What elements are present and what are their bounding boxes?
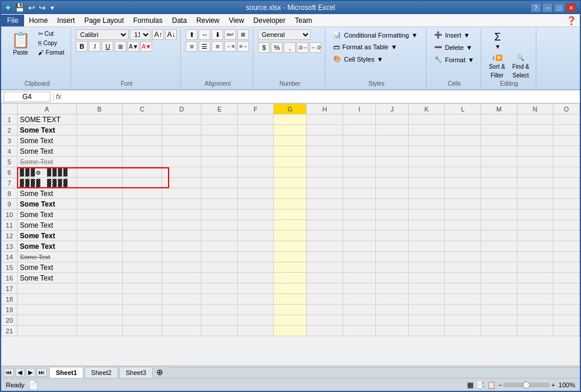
cell-8-D[interactable] bbox=[162, 188, 201, 199]
menu-review[interactable]: Review bbox=[192, 15, 224, 26]
menu-home[interactable]: Home bbox=[24, 15, 52, 26]
cell-2-K[interactable] bbox=[408, 125, 445, 136]
cell-2-E[interactable] bbox=[201, 125, 238, 136]
col-header-N[interactable]: N bbox=[517, 104, 553, 114]
row-header-21[interactable]: 21 bbox=[2, 326, 18, 336]
cell-16-N[interactable] bbox=[517, 273, 553, 283]
col-header-J[interactable]: J bbox=[375, 104, 408, 114]
cell-10-G[interactable] bbox=[274, 209, 307, 220]
cell-2-J[interactable] bbox=[375, 125, 408, 136]
cell-16-E[interactable] bbox=[201, 273, 238, 283]
percent-button[interactable]: % bbox=[271, 42, 283, 53]
menu-team[interactable]: Team bbox=[290, 15, 317, 26]
cell-3-J[interactable] bbox=[375, 136, 408, 146]
cell-14-N[interactable] bbox=[517, 252, 553, 262]
cell-12-B[interactable] bbox=[76, 231, 122, 241]
format-painter-button[interactable]: 🖌 Format bbox=[35, 48, 67, 57]
cell-15-M[interactable] bbox=[481, 262, 518, 273]
cell-14-L[interactable] bbox=[445, 252, 481, 262]
cell-21-A[interactable] bbox=[17, 326, 76, 336]
cell-5-B[interactable] bbox=[76, 157, 122, 167]
cell-9-B[interactable] bbox=[76, 199, 122, 209]
cell-6-I[interactable] bbox=[342, 167, 375, 178]
cell-6-G[interactable] bbox=[274, 167, 307, 178]
decrease-decimal-button[interactable]: ←.0 bbox=[310, 42, 321, 53]
cell-6-E[interactable] bbox=[201, 167, 238, 178]
cell-4-M[interactable] bbox=[481, 146, 518, 157]
cell-10-O[interactable] bbox=[553, 209, 580, 220]
cell-9-H[interactable] bbox=[307, 199, 343, 209]
row-header-7[interactable]: 7 bbox=[2, 178, 18, 188]
conditional-formatting-button[interactable]: 📊 Conditional Formatting ▼ bbox=[330, 29, 421, 40]
cell-16-M[interactable] bbox=[481, 273, 518, 283]
cell-2-B[interactable] bbox=[76, 125, 122, 136]
cell-1-J[interactable] bbox=[375, 114, 408, 125]
merge-center-button[interactable]: ⊠ bbox=[237, 29, 249, 40]
cell-5-J[interactable] bbox=[375, 157, 408, 167]
cell-19-N[interactable] bbox=[517, 305, 553, 315]
cell-2-M[interactable] bbox=[481, 125, 518, 136]
cell-7-M[interactable] bbox=[481, 178, 518, 188]
redo-qat-btn[interactable]: ↪ bbox=[38, 2, 47, 13]
cell-15-E[interactable] bbox=[201, 262, 238, 273]
cell-15-J[interactable] bbox=[375, 262, 408, 273]
cell-20-F[interactable] bbox=[237, 315, 274, 326]
sheet-tab-sheet2[interactable]: Sheet2 bbox=[85, 367, 118, 378]
cell-1-C[interactable] bbox=[122, 114, 162, 125]
row-header-9[interactable]: 9 bbox=[2, 199, 18, 209]
cell-10-L[interactable] bbox=[445, 209, 481, 220]
cell-1-M[interactable] bbox=[481, 114, 518, 125]
cell-8-B[interactable] bbox=[76, 188, 122, 199]
cell-21-J[interactable] bbox=[375, 326, 408, 336]
cell-16-B[interactable] bbox=[76, 273, 122, 283]
font-color-button[interactable]: A▼ bbox=[140, 41, 152, 52]
zoom-bar[interactable] bbox=[503, 383, 550, 387]
cell-18-F[interactable] bbox=[237, 294, 274, 305]
cell-6-H[interactable] bbox=[307, 167, 343, 178]
cell-14-D[interactable] bbox=[162, 252, 201, 262]
cell-6-A[interactable]: ▓▓▓⚙ ▓▓▓▓ bbox=[17, 167, 76, 178]
cell-8-F[interactable] bbox=[237, 188, 274, 199]
menu-data[interactable]: Data bbox=[167, 15, 192, 26]
find-select-button[interactable]: 🔍 Find & Select bbox=[509, 53, 532, 80]
help-btn[interactable]: ? bbox=[530, 3, 541, 12]
sheet-tab-sheet3[interactable]: Sheet3 bbox=[119, 367, 153, 378]
cell-10-I[interactable] bbox=[342, 209, 375, 220]
cell-18-K[interactable] bbox=[408, 294, 445, 305]
col-header-O[interactable]: O bbox=[553, 104, 580, 114]
cell-3-N[interactable] bbox=[517, 136, 553, 146]
cell-7-L[interactable] bbox=[445, 178, 481, 188]
align-bottom-button[interactable]: ⬇ bbox=[211, 29, 223, 40]
cell-3-C[interactable] bbox=[122, 136, 162, 146]
cell-8-K[interactable] bbox=[408, 188, 445, 199]
cell-13-F[interactable] bbox=[237, 241, 274, 252]
format-cells-button[interactable]: 🔧 Format ▼ bbox=[431, 54, 477, 65]
col-header-B[interactable]: B bbox=[76, 104, 122, 114]
cell-12-O[interactable] bbox=[553, 231, 580, 241]
cell-16-C[interactable] bbox=[122, 273, 162, 283]
cell-12-C[interactable] bbox=[122, 231, 162, 241]
cell-9-A[interactable]: Some Text bbox=[17, 199, 76, 209]
cell-13-A[interactable]: Some Text bbox=[17, 241, 76, 252]
cell-18-C[interactable] bbox=[122, 294, 162, 305]
cell-9-F[interactable] bbox=[237, 199, 274, 209]
cell-21-M[interactable] bbox=[481, 326, 518, 336]
align-left-button[interactable]: ≡ bbox=[186, 41, 197, 52]
cell-5-O[interactable] bbox=[553, 157, 580, 167]
cell-11-I[interactable] bbox=[342, 220, 375, 231]
cell-18-I[interactable] bbox=[342, 294, 375, 305]
cell-7-A[interactable]: ▓▓▓▓ ▓▓▓▓ bbox=[17, 178, 76, 188]
cell-20-O[interactable] bbox=[553, 315, 580, 326]
cell-19-B[interactable] bbox=[76, 305, 122, 315]
view-layout-btn[interactable]: 📑 bbox=[476, 381, 485, 389]
cell-7-D[interactable] bbox=[162, 178, 201, 188]
sheet-prev-btn[interactable]: ◀ bbox=[15, 368, 25, 377]
cell-2-D[interactable] bbox=[162, 125, 201, 136]
row-header-16[interactable]: 16 bbox=[2, 273, 18, 283]
cell-5-M[interactable] bbox=[481, 157, 518, 167]
cell-11-B[interactable] bbox=[76, 220, 122, 231]
cell-12-I[interactable] bbox=[342, 231, 375, 241]
cell-1-N[interactable] bbox=[517, 114, 553, 125]
cell-21-L[interactable] bbox=[445, 326, 481, 336]
cell-14-K[interactable] bbox=[408, 252, 445, 262]
